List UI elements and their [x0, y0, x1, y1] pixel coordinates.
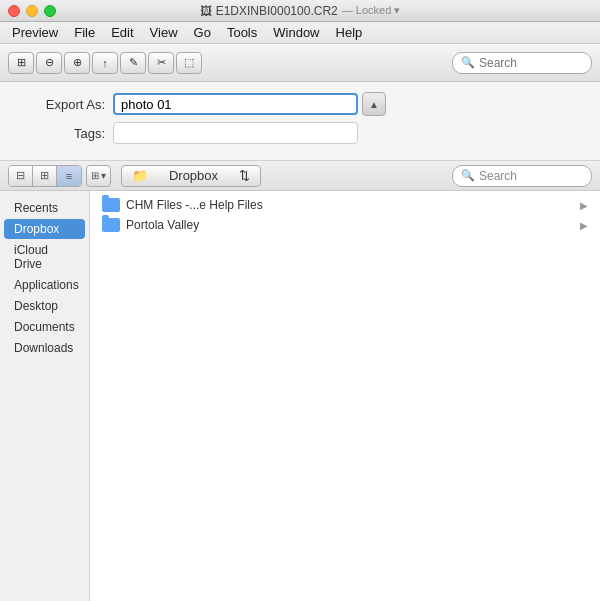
chevron-right-icon: ▶	[580, 220, 588, 231]
export-name-row: Export As: ▲	[20, 92, 580, 116]
maximize-button[interactable]	[44, 5, 56, 17]
search-icon: 🔍	[461, 56, 475, 69]
sidebar: Recents Dropbox iCloud Drive Application…	[0, 191, 90, 601]
chevron-down-icon: ▾	[101, 170, 106, 181]
file-name: CHM Files -...e Help Files	[126, 198, 263, 212]
export-as-label: Export As:	[20, 97, 105, 112]
folder-icon	[102, 218, 120, 232]
main-area: Recents Dropbox iCloud Drive Application…	[0, 191, 600, 601]
location-label: Dropbox	[169, 168, 218, 183]
sidebar-item-dropbox[interactable]: Dropbox	[4, 219, 85, 239]
toolbar-search-input[interactable]	[479, 56, 583, 70]
nav-search-placeholder: Search	[479, 169, 517, 183]
tags-input[interactable]	[113, 122, 358, 144]
tags-row: Tags:	[20, 122, 580, 144]
menu-file[interactable]: File	[66, 23, 103, 42]
minimize-button[interactable]	[26, 5, 38, 17]
close-button[interactable]	[8, 5, 20, 17]
directory-up-button[interactable]: ▲	[362, 92, 386, 116]
chevron-right-icon: ▶	[580, 200, 588, 211]
zoom-out-button[interactable]: ⊖	[36, 52, 62, 74]
sidebar-item-desktop[interactable]: Desktop	[4, 296, 85, 316]
sidebar-item-icloud[interactable]: iCloud Drive	[4, 240, 85, 274]
annotate-button[interactable]: ⬚	[176, 52, 202, 74]
toolbar: ⊞ ⊖ ⊕ ↑ ✎ ✂ ⬚ 🔍	[0, 44, 600, 82]
search-icon: 🔍	[461, 169, 475, 182]
menu-preview[interactable]: Preview	[4, 23, 66, 42]
app-icon: 🖼	[200, 4, 212, 18]
sidebar-toggle-button[interactable]: ⊞	[8, 52, 34, 74]
view-icon-columns[interactable]: ⊟	[9, 166, 33, 186]
toolbar-search-box[interactable]: 🔍	[452, 52, 592, 74]
zoom-in-button[interactable]: ⊕	[64, 52, 90, 74]
grid-icon: ⊞	[91, 170, 99, 181]
chevron-up-down-icon: ⇅	[239, 168, 250, 183]
more-options-button[interactable]: ⊞ ▾	[86, 165, 111, 187]
title-bar: 🖼 E1DXINBI000100.CR2 — Locked ▾	[0, 0, 600, 22]
export-name-input[interactable]	[113, 93, 358, 115]
view-icons-group: ⊟ ⊞ ≡	[8, 165, 82, 187]
share-button[interactable]: ↑	[92, 52, 118, 74]
menu-tools[interactable]: Tools	[219, 23, 265, 42]
window-title: 🖼 E1DXINBI000100.CR2 — Locked ▾	[200, 4, 401, 18]
list-item[interactable]: CHM Files -...e Help Files ▶	[94, 195, 596, 215]
view-icon-grid[interactable]: ⊞	[33, 166, 57, 186]
file-browser: CHM Files -...e Help Files ▶ Portola Val…	[90, 191, 600, 601]
sidebar-item-downloads[interactable]: Downloads	[4, 338, 85, 358]
nav-bar: ⊟ ⊞ ≡ ⊞ ▾ 📁 Dropbox ⇅ 🔍 Search	[0, 161, 600, 191]
view-toggle-group: ⊞ ⊖ ⊕ ↑ ✎ ✂ ⬚	[8, 52, 202, 74]
sidebar-item-documents[interactable]: Documents	[4, 317, 85, 337]
menu-go[interactable]: Go	[186, 23, 219, 42]
file-name: Portola Valley	[126, 218, 199, 232]
traffic-lights	[8, 5, 56, 17]
menu-bar: Preview File Edit View Go Tools Window H…	[0, 22, 600, 44]
menu-view[interactable]: View	[142, 23, 186, 42]
markup-button[interactable]: ✂	[148, 52, 174, 74]
menu-window[interactable]: Window	[265, 23, 327, 42]
list-item[interactable]: Portola Valley ▶	[94, 215, 596, 235]
folder-icon: 📁	[132, 168, 148, 183]
folder-icon	[102, 198, 120, 212]
nav-search-box[interactable]: 🔍 Search	[452, 165, 592, 187]
location-selector[interactable]: 📁 Dropbox ⇅	[121, 165, 261, 187]
sidebar-item-recents[interactable]: Recents	[4, 198, 85, 218]
export-header: Export As: ▲ Tags:	[0, 82, 600, 161]
sidebar-item-applications[interactable]: Applications	[4, 275, 85, 295]
tags-label: Tags:	[20, 126, 105, 141]
menu-help[interactable]: Help	[328, 23, 371, 42]
rotate-button[interactable]: ✎	[120, 52, 146, 74]
view-icon-list[interactable]: ≡	[57, 166, 81, 186]
menu-edit[interactable]: Edit	[103, 23, 141, 42]
